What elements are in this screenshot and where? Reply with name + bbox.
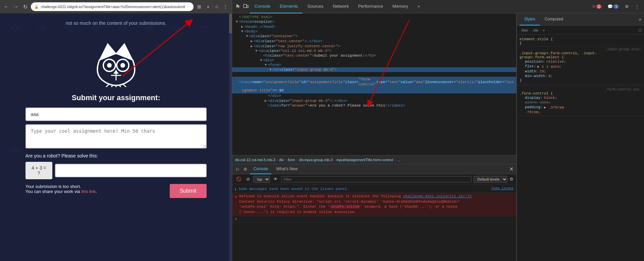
svg-marker-34 [13,146,17,149]
device-toggle-icon[interactable] [242,2,250,11]
bc-div-col[interactable]: div.col-12.col-md-5.mb-3 [235,158,275,162]
console-execute-icon[interactable]: ▷ [235,166,241,172]
style-rule-element: element.style { } [517,36,644,47]
console-output: ℹ Some messages have been moved to the I… [232,184,516,261]
scroll-thumb[interactable] [229,13,232,34]
tree-ellipsis[interactable]: … [232,72,516,77]
tree-col[interactable]: ▼ <div class= "col-12 col-md-5 mb-3" > [232,49,516,53]
tree-input-group2[interactable]: ▶ <div class= "input-group mb-3" > … </d… [232,98,516,103]
tab-performance[interactable]: Performance [354,0,388,13]
tree-form[interactable]: ▼ <form> [232,63,516,67]
svg-marker-30 [201,23,205,27]
elements-breadcrumb: div.col-12.col-md-5.mb-3 › div › form › … [232,155,516,164]
webpage-scrollbar[interactable] [229,13,232,261]
bc-more[interactable]: … [397,158,400,162]
tree-container[interactable]: ▼ <div class= "container" > [232,34,516,39]
tab-elements[interactable]: Elements [275,0,303,13]
console-tabs: ▷ ⊘ Console What's New ✕ [232,164,516,174]
tree-input-element[interactable]: <input name= "assignmentTitle" id= "assi… [232,77,516,88]
tree-doctype[interactable]: <!DOCTYPE html> [232,15,516,19]
profile-icon[interactable]: ● [204,3,212,10]
tree-h3[interactable]: <h3 class= "text-center" > Submit your a… [232,53,516,58]
tab-console[interactable]: Console [250,0,275,13]
error-source-link[interactable]: challenge-0221.intigriti.io/:72 [403,194,472,198]
devtools-toolbar-icons: ✕ 1 💬 1 ⚙ ⋮ [590,3,641,10]
console-prompt-row: > [232,216,516,222]
tab-more[interactable]: » [413,0,425,13]
style-prop-min-width: min-width: 0; [520,74,641,78]
styles-tab-styles[interactable]: Styles [520,13,540,25]
console-panel: ▷ ⊘ Console What's New ✕ 🚫 ⊘ top [232,164,516,261]
url-bar[interactable]: 🔒 challenge-0221.intigriti.io/?assignmen… [31,2,194,11]
tab-network[interactable]: Network [328,0,354,13]
console-block-icon[interactable]: ⊘ [242,166,249,172]
add-style-button[interactable]: + [541,27,546,33]
tree-close-div[interactable]: </div> [232,93,516,98]
tab-sources[interactable]: Sources [303,0,328,13]
cls-button[interactable]: .cls [531,27,540,33]
svg-rect-3 [13,29,17,31]
view-issues-link[interactable]: View issues [491,187,514,190]
bookmark-icon[interactable]: ☆ [213,3,220,10]
bc-form[interactable]: form [288,158,295,162]
new-style-rule-icon[interactable]: □ [639,27,641,32]
styles-tab-bar: Styles Computed » [517,13,644,25]
styles-tab-computed[interactable]: Computed [540,13,568,25]
assignment-title-input[interactable] [25,108,207,121]
tab-memory[interactable]: Memory [388,0,413,13]
tree-input-continued[interactable]: ignment title" == $0 [232,88,516,93]
forward-button[interactable]: → [12,3,19,10]
error-icon: ✕ [235,195,237,199]
message-count-badge[interactable]: 💬 1 [605,3,621,10]
styles-toolbar: :hov .cls + □ [517,25,644,35]
url-text: challenge-0221.intigriti.io/?assignmentT… [41,5,185,9]
tab-console-bottom[interactable]: Console [250,164,271,174]
console-filter-input[interactable] [281,176,472,182]
styles-more-icon[interactable]: » [639,17,641,22]
assignment-content-textarea[interactable] [25,124,207,148]
console-context-select[interactable]: top [253,176,270,183]
console-settings-icon[interactable]: ⚙ [509,177,514,182]
console-error-msg: ✕ Refused to execute inline event handle… [232,193,516,216]
reload-button[interactable]: ↻ [21,3,29,10]
share-link[interactable]: this link [81,189,96,194]
captcha-input[interactable] [55,164,207,177]
console-levels-select[interactable]: Default levels [474,176,507,183]
more-menu-icon[interactable]: ⋮ [222,3,229,10]
pseudo-hov-button[interactable]: :hov [520,27,529,33]
tree-input-group[interactable]: ▼ <div class= "input-group mb-3" > [232,67,516,72]
console-clear-icon[interactable]: 🚫 [235,176,243,182]
error-count-badge[interactable]: ✕ 1 [590,3,604,10]
console-close-button[interactable]: ✕ [509,166,514,172]
svg-marker-6 [40,23,44,27]
tree-text-center[interactable]: ▶ <div class= "text-center" > … </div> [232,39,516,44]
tree-body[interactable]: ▼ <body> [232,29,516,34]
svg-rect-35 [13,152,17,154]
devtools-settings-icon[interactable]: ⚙ [623,3,631,10]
devtools-panel: Console Elements Sources Network Perform… [232,0,644,261]
style-selector-input-group: .input-group>.form-control, .input-group… [520,51,641,59]
back-button[interactable]: ← [3,3,10,10]
tree-head[interactable]: ▶ <head> … </head> [232,24,516,29]
tab-whats-new[interactable]: What's New [273,164,301,174]
devtools-more-icon[interactable]: ⋮ [633,3,641,10]
styles-panel: Styles Computed » :hov .cls + □ element.… [517,13,644,261]
bc-input[interactable]: input#assignmentTitle.form-control [336,158,393,162]
tree-label[interactable]: <label for= "answer" > Are you a robot? … [232,103,516,108]
bc-div[interactable]: div [279,158,284,162]
tree-row[interactable]: ▶ <div class= "row justify-content-cente… [232,44,516,49]
console-toolbar: 🚫 ⊘ top 👁 Default levels ⚙ [232,174,516,184]
webpage-content: not so much on the content of your submi… [0,13,232,261]
extensions-icon[interactable]: ⊞ [196,3,203,10]
console-preserve-icon[interactable]: ⊘ [245,176,251,182]
tree-div2[interactable]: ▼ <div> [232,58,516,63]
bc-input-group[interactable]: div.input-group.mb-3 [299,158,333,162]
submit-button[interactable]: Submit [170,184,207,198]
svg-point-29 [204,25,208,29]
inspect-element-icon[interactable] [235,2,242,11]
console-eye-icon[interactable]: 👁 [272,176,279,182]
elements-tree[interactable]: <!DOCTYPE html> ▼ <html crosspilot > ▶ <… [232,13,516,155]
tree-html[interactable]: ▼ <html crosspilot > [232,19,516,24]
svg-rect-7 [40,29,44,31]
styles-content: element.style { } _input-group.scss: .in… [517,35,644,261]
